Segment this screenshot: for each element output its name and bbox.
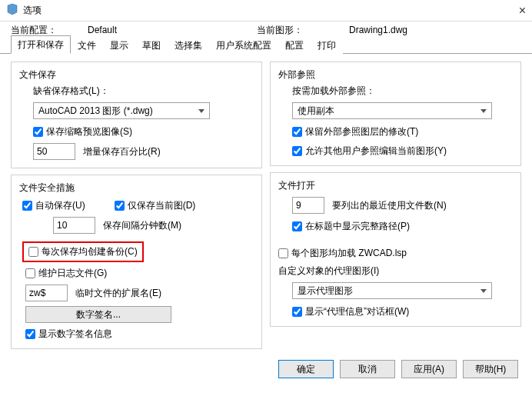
fullpath-checkbox-input[interactable] (292, 221, 302, 231)
tab-open-save[interactable]: 打开和保存 (11, 35, 71, 54)
thumbnail-checkbox-input[interactable] (33, 127, 43, 137)
default-format-value: AutoCAD 2013 图形 (*.dwg) (38, 105, 153, 118)
app-icon (6, 3, 18, 18)
demand-load-select[interactable]: 使用副本 (292, 102, 492, 119)
digital-signature-button[interactable]: 数字签名... (25, 306, 171, 323)
keep-layers-label: 保留外部参照图层的修改(T) (305, 125, 418, 138)
show-dig-sig-checkbox[interactable]: 显示数字签名信息 (25, 328, 112, 341)
backup-highlight-box: 每次保存均创建备份(C) (22, 241, 144, 262)
temp-ext-input[interactable] (25, 285, 68, 301)
group-title-xref: 外部参照 (278, 68, 513, 82)
autosave-checkbox[interactable]: 自动保存(U) (22, 199, 85, 212)
window-title: 选项 (23, 4, 42, 17)
interval-input[interactable] (53, 217, 95, 234)
keep-layers-checkbox-input[interactable] (292, 127, 302, 137)
group-xref: 外部参照 按需加载外部参照： 使用副本 保留外部参照图层的修改(T) (270, 62, 521, 166)
maint-log-label: 维护日志文件(G) (38, 267, 107, 280)
group-file-safety: 文件安全措施 自动保存(U) 仅保存当前图(D) 保存间隔分钟数(M) (11, 175, 262, 349)
each-load-checkbox[interactable]: 每个图形均加载 ZWCAD.lsp (278, 247, 407, 260)
tab-selection[interactable]: 选择集 (168, 36, 209, 54)
tab-display[interactable]: 显示 (103, 36, 135, 54)
apply-button[interactable]: 应用(A) (401, 360, 457, 378)
current-drawing-label: 当前图形： (257, 24, 349, 37)
recent-files-label: 要列出的最近使用文件数(N) (332, 199, 447, 212)
backup-each-label: 每次保存均创建备份(C) (42, 245, 138, 258)
interval-label: 保存间隔分钟数(M) (103, 219, 181, 232)
tab-print[interactable]: 打印 (311, 36, 343, 54)
default-format-select[interactable]: AutoCAD 2013 图形 (*.dwg) (33, 102, 210, 119)
footer: 确定 取消 应用(A) 帮助(H) (0, 354, 532, 388)
titlebar: 选项 × (0, 0, 532, 22)
only-current-checkbox-input[interactable] (115, 201, 125, 211)
tabs: 打开和保存 文件 显示 草图 选择集 用户系统配置 配置 打印 (0, 37, 532, 54)
thumbnail-label: 保存缩略预览图像(S) (46, 125, 132, 138)
help-button[interactable]: 帮助(H) (463, 360, 518, 378)
tab-file[interactable]: 文件 (71, 36, 103, 54)
fullpath-label: 在标题中显示完整路径(P) (305, 220, 410, 233)
default-format-label: 缺省保存格式(L)： (33, 85, 254, 98)
proxy-value: 显示代理图形 (298, 285, 353, 298)
proxy-select[interactable]: 显示代理图形 (292, 282, 492, 299)
only-current-checkbox[interactable]: 仅保存当前图(D) (115, 199, 196, 212)
show-proxy-dialog-label: 显示“代理信息”对话框(W) (305, 305, 409, 318)
show-dig-sig-label: 显示数字签名信息 (38, 328, 112, 341)
maint-log-checkbox-input[interactable] (25, 268, 35, 278)
demand-load-value: 使用副本 (298, 105, 334, 118)
thumbnail-checkbox[interactable]: 保存缩略预览图像(S) (33, 125, 132, 138)
temp-ext-label: 临时文件的扩展名(E) (75, 287, 161, 300)
group-title-file-open: 文件打开 (278, 179, 513, 192)
cancel-button[interactable]: 取消 (340, 360, 395, 378)
group-file-save: 文件保存 缺省保存格式(L)： AutoCAD 2013 图形 (*.dwg) … (11, 62, 262, 168)
allow-edit-label: 允许其他用户参照编辑当前图形(Y) (305, 145, 447, 158)
show-proxy-dialog-checkbox-input[interactable] (292, 307, 302, 317)
group-title-file-safety: 文件安全措施 (19, 181, 254, 195)
close-icon[interactable]: × (519, 4, 526, 18)
demand-load-label: 按需加载外部参照： (292, 85, 513, 98)
maint-log-checkbox[interactable]: 维护日志文件(G) (25, 267, 107, 280)
show-proxy-dialog-checkbox[interactable]: 显示“代理信息”对话框(W) (292, 305, 409, 318)
tab-draft[interactable]: 草图 (135, 36, 168, 54)
tab-profile[interactable]: 配置 (278, 36, 311, 54)
each-load-checkbox-input[interactable] (278, 248, 288, 258)
proxy-title: 自定义对象的代理图形(I) (278, 265, 513, 278)
group-title-file-save: 文件保存 (19, 68, 254, 82)
ok-button[interactable]: 确定 (278, 360, 334, 378)
current-profile-label: 当前配置： (11, 24, 88, 37)
show-dig-sig-checkbox-input[interactable] (25, 329, 35, 339)
fullpath-checkbox[interactable]: 在标题中显示完整路径(P) (292, 220, 410, 233)
allow-edit-checkbox[interactable]: 允许其他用户参照编辑当前图形(Y) (292, 145, 447, 158)
incremental-save-input[interactable] (33, 143, 75, 160)
autosave-label: 自动保存(U) (35, 199, 85, 212)
incremental-save-label: 增量保存百分比(R) (83, 145, 161, 158)
each-load-label: 每个图形均加载 ZWCAD.lsp (291, 247, 407, 260)
autosave-checkbox-input[interactable] (22, 201, 32, 211)
tab-user-prefs[interactable]: 用户系统配置 (209, 36, 278, 54)
backup-each-checkbox-input[interactable] (28, 247, 38, 257)
recent-files-input[interactable] (292, 197, 324, 214)
only-current-label: 仅保存当前图(D) (128, 199, 196, 212)
current-drawing-value: Drawing1.dwg (349, 25, 407, 35)
info-row: 当前配置： Default 当前图形： Drawing1.dwg (0, 22, 532, 37)
allow-edit-checkbox-input[interactable] (292, 146, 302, 156)
keep-layers-checkbox[interactable]: 保留外部参照图层的修改(T) (292, 125, 418, 138)
current-profile-value: Default (88, 25, 257, 35)
group-file-open: 文件打开 要列出的最近使用文件数(N) 在标题中显示完整路径(P) 每个图形均加… (270, 172, 521, 327)
backup-each-checkbox[interactable]: 每次保存均创建备份(C) (28, 245, 138, 258)
